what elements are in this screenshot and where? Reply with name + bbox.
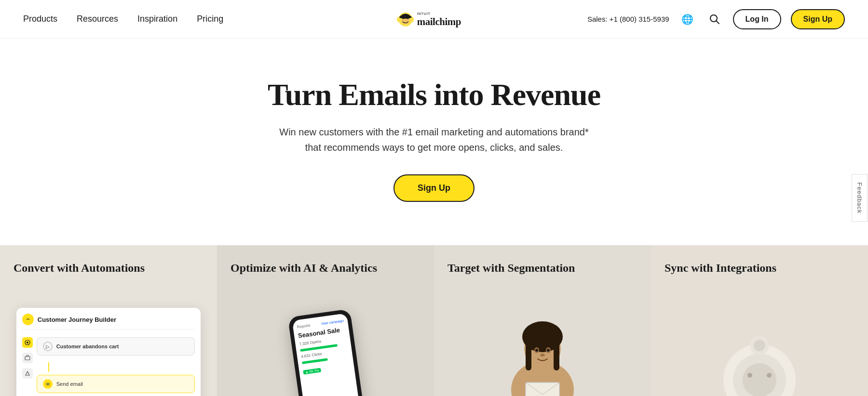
phone-campaign-link: View campaign (321, 319, 344, 326)
feature-integrations-title: Sync with Integrations (651, 245, 868, 285)
globe-icon[interactable]: 🌐 (679, 11, 696, 28)
jb-card-icon-1: ▷ (43, 342, 53, 351)
svg-point-32 (747, 373, 752, 378)
svg-point-25 (540, 354, 545, 356)
sidebar-icon-2 (22, 353, 33, 363)
features-section: Convert with Automations Customer Journe… (0, 245, 868, 396)
svg-text:INTUIT: INTUIT (417, 11, 431, 15)
feedback-tab[interactable]: Feedback (852, 174, 868, 222)
svg-rect-20 (554, 342, 559, 370)
nav-products[interactable]: Products (23, 14, 57, 24)
signup-hero-button[interactable]: Sign Up (393, 174, 475, 202)
login-button[interactable]: Log In (733, 9, 781, 29)
integrations-mockup (651, 289, 868, 396)
jb-card-text: Customer abandons cart (56, 343, 119, 349)
phone-container: Reports View campaign Seasonal Sale 7,32… (294, 289, 357, 396)
nav-pricing[interactable]: Pricing (197, 14, 223, 24)
svg-point-11 (25, 317, 31, 322)
jb-header: Customer Journey Builder (22, 314, 195, 330)
jb-logo-icon (22, 314, 34, 325)
sidebar-icon-1 (22, 337, 33, 348)
svg-point-13 (27, 342, 28, 343)
svg-point-24 (547, 349, 550, 352)
jb-connector (48, 362, 49, 372)
svg-line-10 (716, 21, 719, 24)
analytics-mockup: Reports View campaign Seasonal Sale 7,32… (217, 289, 434, 396)
hero-title: Turn Emails into Revenue (268, 77, 600, 113)
sidebar-icon-3 (22, 368, 33, 379)
feature-automations-title: Convert with Automations (0, 245, 217, 285)
segmentation-mockup (434, 289, 651, 396)
nav-left: Products Resources Inspiration Pricing (23, 14, 223, 24)
jb-card-2: ✉ Send email (37, 375, 195, 393)
jb-card-icon-2: ✉ (43, 379, 53, 389)
signup-nav-button[interactable]: Sign Up (791, 9, 845, 29)
feature-segmentation: Target with Segmentation (434, 245, 651, 396)
nav-right: Sales: +1 (800) 315-5939 🌐 Log In Sign U… (587, 9, 845, 29)
jb-title-text: Customer Journey Builder (38, 316, 116, 323)
hero-subtitle: Win new customers with the #1 email mark… (270, 124, 598, 155)
feature-analytics-title: Optimize with AI & Analytics (217, 245, 434, 285)
svg-rect-26 (526, 383, 559, 396)
svg-text:mailchimp: mailchimp (417, 15, 461, 27)
jb-card-email: Send email (56, 381, 83, 387)
search-icon[interactable] (706, 11, 723, 28)
feature-segmentation-title: Target with Segmentation (434, 245, 651, 285)
automations-mockup: Customer Journey Builder (0, 289, 217, 396)
svg-point-6 (399, 15, 412, 18)
feature-automations: Convert with Automations Customer Journe… (0, 245, 217, 396)
nav-resources[interactable]: Resources (77, 14, 118, 24)
jb-card-1: ▷ Customer abandons cart (37, 337, 195, 356)
person-illustration (499, 293, 586, 396)
svg-point-31 (743, 363, 776, 396)
hero-section: Turn Emails into Revenue Win new custome… (0, 39, 868, 245)
svg-point-33 (767, 373, 772, 378)
svg-rect-19 (526, 342, 531, 370)
nav-inspiration[interactable]: Inspiration (137, 14, 177, 24)
phone-device: Reports View campaign Seasonal Sale 7,32… (288, 309, 366, 396)
sales-number: Sales: +1 (800) 315-5939 (587, 15, 669, 23)
feature-integrations: Sync with Integrations (651, 245, 868, 396)
svg-point-23 (535, 349, 538, 352)
svg-point-35 (754, 340, 765, 351)
svg-rect-14 (25, 356, 30, 360)
logo[interactable]: INTUIT mailchimp (395, 7, 473, 31)
phone-badge: ▲ 66.7% (303, 368, 321, 375)
phone-reports-label: Reports (297, 323, 311, 330)
feature-analytics: Optimize with AI & Analytics Reports Vie… (217, 245, 434, 396)
phone-screen: Reports View campaign Seasonal Sale 7,32… (292, 313, 362, 396)
device-illustration (706, 293, 813, 396)
navbar: Products Resources Inspiration Pricing (0, 0, 868, 39)
